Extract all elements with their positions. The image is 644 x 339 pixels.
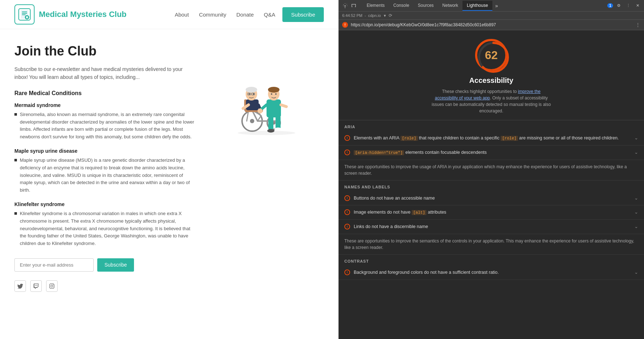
devtools-left-icons [341, 2, 357, 9]
website-panel: Medical Mysteries Club About Community D… [0, 0, 339, 339]
tab-network[interactable]: Network [438, 1, 462, 11]
social-icons [14, 280, 194, 292]
warning-icon-4: ! [344, 209, 350, 215]
notification-badge: 1 [607, 3, 613, 8]
aria-item-2[interactable]: ! [aria-hidden="true"] elements contain … [339, 146, 644, 160]
devtools-right-icons: 1 ⚙ ⋮ ✕ [607, 2, 641, 9]
warning-bar: ! https://cdpn.io/pen/debug/KKebGwO/0d8e… [339, 20, 644, 30]
site-title: Medical Mysteries Club [39, 10, 126, 19]
names-item-3[interactable]: ! Links do not have a discernible name ⌄ [339, 220, 644, 234]
lighthouse-score-section: 62 Accessibility These checks highlight … [339, 30, 644, 120]
close-devtools-icon[interactable]: ✕ [634, 2, 641, 9]
svg-point-26 [271, 93, 272, 95]
lighthouse-content[interactable]: ARIA ! Elements with an ARIA [role] that… [339, 120, 644, 339]
aria-category-label: ARIA [339, 120, 644, 131]
condition-maple: Maple syrup urine disease Maple syrup ur… [14, 148, 194, 194]
aria-item-2-text: [aria-hidden="true"] elements contain fo… [354, 149, 631, 156]
svg-rect-3 [22, 12, 27, 12]
names-item-1-text: Buttons do not have an accessible name [354, 195, 631, 202]
warning-icon-3: ! [344, 195, 350, 201]
aria-item-1[interactable]: ! Elements with an ARIA [role] that requ… [339, 131, 644, 146]
tab-elements[interactable]: Elements [362, 1, 389, 11]
svg-rect-23 [267, 99, 281, 117]
intro-text: Subscribe to our e-newsletter and have m… [14, 65, 194, 81]
svg-rect-4 [22, 13, 27, 14]
names-item-2[interactable]: ! Image elements do not have [alt] attri… [339, 205, 644, 220]
nav-links: About Community Donate Q&A [175, 12, 275, 18]
email-input[interactable] [14, 258, 94, 272]
twitter-icon[interactable] [14, 280, 26, 292]
aria-item-1-text: Elements with an ARIA [role] that requir… [354, 135, 631, 142]
email-form: Subscribe [14, 258, 194, 272]
aria-info-text: These are opportunities to improve the u… [339, 160, 644, 180]
contrast-item-1[interactable]: ! Background and foreground colors do no… [339, 266, 644, 280]
main-content: Join the Club Subscribe to our e-newslet… [0, 29, 338, 306]
devtools-tabs: Elements Console Sources Network Lightho… [362, 1, 501, 11]
svg-point-19 [253, 93, 254, 95]
page-title: Join the Club [14, 44, 194, 59]
nav-community[interactable]: Community [199, 12, 226, 18]
subscribe-button[interactable]: Subscribe [97, 258, 134, 272]
nav-about[interactable]: About [175, 12, 189, 18]
chevron-down-icon: ⌄ [634, 209, 638, 215]
condition-desc-klinefelter: Klinefelter syndrome is a chromosomal va… [14, 210, 194, 247]
settings-icon[interactable]: ⚙ [615, 2, 622, 9]
content-left: Join the Club Subscribe to our e-newslet… [14, 44, 194, 292]
bullet-icon [14, 113, 17, 116]
condition-desc-maple: Maple syrup urine disease (MSUD) is a ra… [14, 157, 194, 194]
names-labels-category: NAMES AND LABELS [339, 180, 644, 191]
warning-icon-6: ! [344, 269, 350, 275]
more-tabs-icon[interactable]: » [492, 1, 501, 10]
device-toggle-icon[interactable] [350, 2, 357, 9]
svg-point-32 [274, 128, 282, 131]
chevron-down-icon: ⌄ [634, 224, 638, 229]
chevron-down-icon: ⌄ [634, 135, 638, 140]
instagram-icon[interactable] [46, 280, 58, 292]
lighthouse-description: These checks highlight opportunities to … [430, 88, 553, 114]
warning-icon-1: ! [344, 135, 350, 141]
chevron-down-icon: ⌄ [634, 269, 638, 275]
names-item-3-text: Links do not have a discernible name [354, 223, 631, 230]
condition-title-maple: Maple syrup urine disease [14, 148, 194, 154]
svg-point-33 [238, 131, 295, 135]
svg-rect-8 [26, 17, 28, 18]
svg-rect-5 [22, 14, 26, 15]
contrast-category-label: CONTRAST [339, 255, 644, 266]
score-circle: 62 [475, 39, 507, 71]
nav-donate[interactable]: Donate [236, 12, 254, 18]
devtools-panel: Elements Console Sources Network Lightho… [339, 0, 644, 339]
svg-rect-29 [268, 116, 273, 130]
condition-title-klinefelter: Klinefelter syndrome [14, 201, 194, 207]
warning-icon-5: ! [344, 224, 350, 229]
tab-sources[interactable]: Sources [413, 1, 438, 11]
nav-qa[interactable]: Q&A [264, 12, 276, 18]
url-dropdown-icon[interactable]: ▼ [383, 14, 386, 18]
url-menu-icon[interactable]: ⋮ [635, 22, 640, 28]
twitch-icon[interactable] [30, 280, 42, 292]
names-info-text: These are opportunities to improve the s… [339, 234, 644, 255]
inspect-icon[interactable] [341, 2, 349, 9]
condition-title-mermaid: Mermaid syndrome [14, 102, 194, 108]
condition-mermaid: Mermaid syndrome Sirenomelia, also known… [14, 102, 194, 141]
svg-point-18 [249, 93, 250, 95]
contrast-item-1-text: Background and foreground colors do not … [354, 269, 631, 276]
nav-logo[interactable]: Medical Mysteries Club [14, 4, 126, 24]
bullet-icon [14, 212, 17, 215]
chevron-down-icon: ⌄ [634, 195, 638, 201]
url-bar-info: 6:44:52 PM - cdpn.io ▼ ⟳ [342, 13, 392, 18]
nav-subscribe-button[interactable]: Subscribe [282, 7, 324, 22]
tab-console[interactable]: Console [389, 1, 413, 11]
condition-desc-mermaid: Sirenomelia, also known as mermaid syndr… [14, 111, 194, 141]
condition-klinefelter: Klinefelter syndrome Klinefelter syndrom… [14, 201, 194, 247]
url-refresh-icon[interactable]: ⟳ [389, 13, 392, 18]
full-url: https://cdpn.io/pen/debug/KKebGwO/0d8ee1… [351, 22, 496, 27]
svg-point-25 [268, 87, 279, 93]
rare-conditions-heading: Rare Medical Conditions [14, 90, 194, 97]
more-options-icon[interactable]: ⋮ [625, 2, 632, 9]
names-item-2-text: Image elements do not have [alt] attribu… [354, 209, 631, 216]
tab-lighthouse[interactable]: Lighthouse [462, 1, 492, 11]
names-item-1[interactable]: ! Buttons do not have an accessible name… [339, 191, 644, 206]
svg-point-17 [246, 87, 257, 93]
url-separator: - [365, 13, 366, 18]
svg-point-28 [258, 108, 263, 113]
